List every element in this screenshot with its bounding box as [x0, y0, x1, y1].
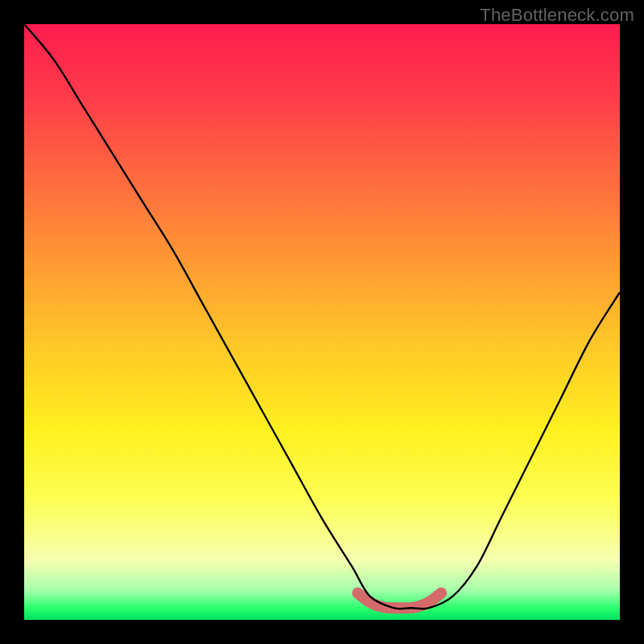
chart-lines: [24, 24, 620, 620]
watermark-text: TheBottleneck.com: [480, 5, 634, 26]
bottleneck-curve-line: [24, 24, 620, 609]
chart-plot-area: [24, 24, 620, 620]
